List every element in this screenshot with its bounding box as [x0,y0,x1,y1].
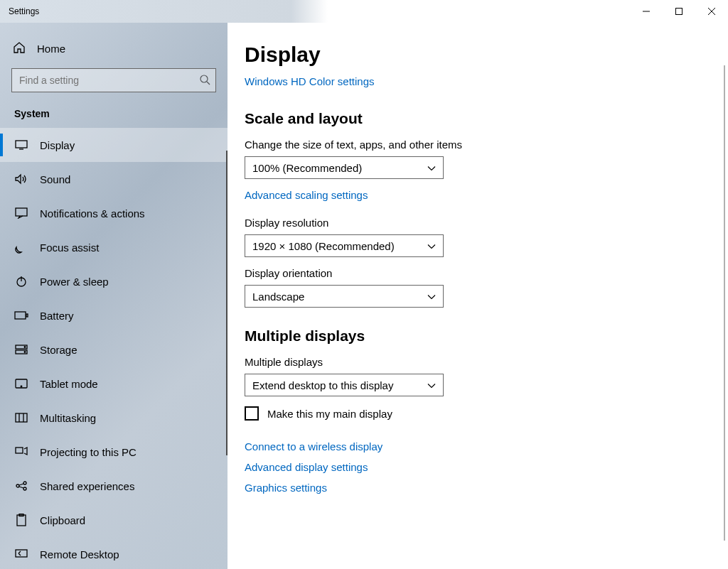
chevron-down-icon [427,379,436,391]
close-button[interactable] [695,0,728,23]
multi-value: Extend desktop to this display [252,379,393,391]
scale-dropdown[interactable]: 100% (Recommended) [245,156,444,179]
sidebar-item-label: Projecting to this PC [40,446,136,458]
focus-assist-icon [14,240,28,254]
display-icon [14,138,28,152]
svg-point-18 [21,386,22,387]
shared-icon [14,479,28,493]
svg-rect-6 [16,141,27,148]
orientation-label: Display orientation [245,267,728,279]
sidebar-item-focus-assist[interactable]: Focus assist [0,230,228,264]
storage-icon [14,342,28,357]
main-display-checkbox[interactable] [245,406,259,421]
maximize-button[interactable] [663,0,695,23]
scale-value: 100% (Recommended) [252,162,362,174]
resolution-value: 1920 × 1080 (Recommended) [252,240,395,252]
category-label: System [0,101,228,128]
main-scrollbar[interactable] [724,65,725,541]
orientation-value: Landscape [252,291,304,303]
window-title: Settings [9,6,39,16]
multi-label: Multiple displays [245,356,728,368]
chevron-down-icon [427,291,436,303]
sidebar-item-notifications[interactable]: Notifications & actions [0,196,228,230]
svg-rect-12 [26,314,28,317]
sound-icon [14,172,28,186]
sidebar-item-shared-experiences[interactable]: Shared experiences [0,469,228,503]
home-button[interactable]: Home [0,33,228,64]
svg-point-25 [23,487,26,490]
multitasking-icon [14,411,28,425]
search-input[interactable] [11,68,216,92]
svg-line-27 [19,487,23,488]
sidebar-item-label: Tablet mode [40,378,98,390]
svg-point-16 [24,352,26,353]
sidebar-item-label: Multitasking [40,412,96,424]
page-title: Display [245,43,728,67]
home-label: Home [37,43,65,55]
clipboard-icon [14,513,28,527]
sidebar-item-label: Focus assist [40,242,99,254]
minimize-button[interactable] [630,0,663,23]
sidebar-item-power-sleep[interactable]: Power & sleep [0,264,228,298]
search-icon [199,74,210,85]
tablet-icon [14,376,28,391]
sidebar-item-display[interactable]: Display [0,128,228,162]
advanced-display-link[interactable]: Advanced display settings [245,461,728,473]
sidebar-item-label: Battery [40,310,74,322]
svg-point-24 [23,482,26,484]
resolution-label: Display resolution [245,217,728,229]
sidebar-item-label: Notifications & actions [40,207,145,220]
multi-dropdown[interactable]: Extend desktop to this display [245,374,444,396]
power-icon [14,274,28,288]
chevron-down-icon [427,162,436,174]
sidebar-item-label: Sound [40,173,70,185]
svg-line-26 [19,484,23,485]
sidebar-item-storage[interactable]: Storage [0,332,228,367]
scale-label: Change the size of text, apps, and other… [245,139,728,151]
sidebar-item-battery[interactable]: Battery [0,298,228,332]
scale-section-title: Scale and layout [245,110,728,127]
sidebar-item-label: Display [40,139,75,151]
sidebar-item-sound[interactable]: Sound [0,162,228,196]
sidebar-item-label: Shared experiences [40,480,134,492]
graphics-settings-link[interactable]: Graphics settings [245,482,728,494]
battery-icon [14,308,28,323]
sidebar-item-tablet-mode[interactable]: Tablet mode [0,367,228,401]
home-icon [13,41,26,56]
multi-section-title: Multiple displays [245,327,728,345]
sidebar-item-projecting[interactable]: Projecting to this PC [0,435,228,469]
sidebar-item-label: Power & sleep [40,276,109,288]
sidebar-item-clipboard[interactable]: Clipboard [0,503,228,537]
sidebar-item-remote-desktop[interactable]: Remote Desktop [0,537,228,569]
sidebar-item-multitasking[interactable]: Multitasking [0,401,228,435]
chevron-down-icon [427,240,436,252]
projecting-icon [14,445,28,459]
svg-rect-1 [676,9,682,15]
resolution-dropdown[interactable]: 1920 × 1080 (Recommended) [245,234,444,257]
orientation-dropdown[interactable]: Landscape [245,285,444,308]
main-display-label: Make this my main display [267,408,392,420]
svg-rect-30 [16,550,27,557]
svg-rect-22 [16,448,23,453]
connect-wireless-link[interactable]: Connect to a wireless display [245,440,728,453]
main-content: Display Windows HD Color settings Scale … [228,23,728,569]
remote-desktop-icon [14,547,28,561]
sidebar-item-label: Storage [40,344,77,356]
sidebar-item-label: Remote Desktop [40,548,119,560]
svg-rect-11 [15,312,26,319]
notifications-icon [14,206,28,220]
sidebar-item-label: Clipboard [40,514,85,526]
svg-rect-28 [17,515,26,526]
svg-rect-19 [16,413,27,422]
advanced-scaling-link[interactable]: Advanced scaling settings [245,189,368,201]
svg-point-15 [24,347,26,348]
sidebar: Home System Display Sound [0,23,228,569]
hd-color-link[interactable]: Windows HD Color settings [245,75,375,87]
svg-rect-8 [16,208,27,216]
svg-point-23 [16,484,19,487]
svg-line-5 [207,82,210,85]
svg-point-4 [200,75,208,82]
